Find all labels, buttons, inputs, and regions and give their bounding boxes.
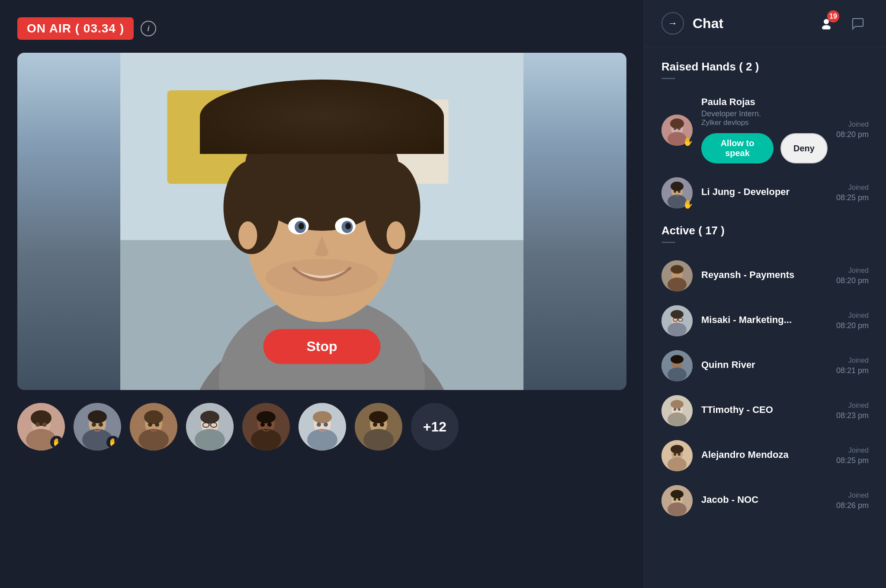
svg-point-75 — [671, 182, 684, 191]
svg-point-51 — [267, 422, 272, 427]
strip-avatar-7[interactable] — [355, 403, 402, 451]
lijung-join-time: Joined 08:25 pm — [836, 184, 869, 202]
svg-point-95 — [668, 412, 687, 426]
lijung-info: Li Jung - Developer — [701, 186, 828, 199]
jacob-time: 08:26 pm — [836, 501, 869, 510]
svg-point-35 — [138, 429, 169, 451]
svg-point-77 — [678, 190, 681, 193]
active-item-reyansh: Reyansh - Payments Joined 08:20 pm — [661, 253, 869, 298]
svg-point-57 — [324, 422, 328, 427]
active-section: Active ( 17 ) — [661, 224, 869, 523]
lijung-joined-label: Joined — [848, 184, 869, 192]
svg-point-101 — [668, 457, 687, 471]
reyansh-info: Reyansh - Payments — [701, 269, 828, 282]
notification-button[interactable]: 19 — [815, 12, 838, 35]
misaki-join-time: Joined 08:20 pm — [836, 312, 869, 330]
timothy-time: 08:23 pm — [836, 411, 869, 420]
active-title: Active ( 17 ) — [661, 224, 869, 237]
svg-point-16 — [299, 223, 304, 229]
timothy-avatar — [661, 395, 693, 426]
hand-icon-paula: ✋ — [683, 136, 693, 147]
back-button[interactable]: → — [661, 12, 684, 35]
reyansh-joined-label: Joined — [848, 267, 869, 275]
svg-point-108 — [671, 490, 684, 499]
paula-actions: Allow to speak Deny — [701, 133, 828, 163]
svg-point-41 — [195, 429, 225, 451]
strip-avatar-6[interactable] — [299, 403, 346, 451]
svg-point-18 — [266, 259, 378, 297]
svg-point-81 — [671, 265, 684, 274]
svg-point-48 — [251, 429, 281, 451]
raised-hand-item-1: ✋ Paula Rojas Developer Intern. Zylker d… — [661, 89, 869, 170]
chat-title: Chat — [693, 16, 806, 32]
svg-point-107 — [668, 502, 687, 516]
deny-button[interactable]: Deny — [780, 133, 828, 163]
svg-point-24 — [31, 410, 51, 426]
chat-bubble-button[interactable] — [846, 12, 869, 35]
paula-avatar: ✋ — [661, 115, 693, 146]
svg-point-65 — [822, 25, 831, 29]
timothy-name: TTimothy - CEO — [701, 404, 828, 415]
notification-count: 19 — [827, 10, 839, 22]
svg-point-20 — [387, 221, 405, 249]
stop-button[interactable]: Stop — [263, 329, 380, 364]
svg-point-70 — [674, 128, 676, 130]
alejandro-info: Alejandro Mendoza — [701, 449, 828, 462]
svg-point-102 — [671, 445, 684, 454]
alejandro-join-time: Joined 08:25 pm — [836, 447, 869, 465]
quinn-time: 08:21 pm — [836, 366, 869, 375]
svg-point-110 — [678, 498, 681, 501]
allow-to-speak-button[interactable]: Allow to speak — [701, 133, 774, 163]
svg-point-76 — [674, 190, 676, 193]
svg-point-103 — [674, 453, 676, 456]
svg-point-38 — [155, 422, 159, 427]
svg-point-63 — [380, 422, 384, 427]
lijung-time: 08:25 pm — [836, 193, 869, 202]
jacob-name: Jacob - NOC — [701, 494, 828, 505]
svg-point-84 — [668, 323, 687, 336]
svg-point-69 — [670, 118, 684, 129]
svg-point-32 — [99, 422, 103, 427]
info-icon[interactable]: i — [141, 21, 156, 36]
person-icon: 19 — [815, 12, 838, 35]
more-participants-count[interactable]: +12 — [411, 403, 459, 451]
svg-point-54 — [307, 429, 337, 451]
svg-point-92 — [671, 355, 684, 364]
quinn-name: Quinn River — [701, 359, 828, 371]
quinn-join-time: Joined 08:21 pm — [836, 357, 869, 375]
paula-name: Paula Rojas — [701, 96, 828, 108]
reyansh-name: Reyansh - Payments — [701, 269, 828, 281]
quinn-avatar — [661, 350, 693, 381]
lijung-avatar: ✋ — [661, 177, 693, 208]
strip-avatar-2[interactable]: ✋ — [74, 403, 121, 451]
active-divider — [661, 242, 675, 243]
strip-avatar-4[interactable] — [186, 403, 234, 451]
svg-point-31 — [92, 422, 96, 427]
alejandro-name: Alejandro Mendoza — [701, 449, 828, 460]
svg-point-61 — [369, 411, 388, 423]
main-layout: ON AIR ( 03.34 ) i — [0, 0, 886, 588]
active-item-misaki: Misaki - Marketing... Joined 08:20 pm — [661, 298, 869, 343]
svg-point-71 — [678, 128, 681, 130]
misaki-info: Misaki - Marketing... — [701, 314, 828, 327]
strip-avatar-5[interactable] — [242, 403, 290, 451]
strip-avatar-1[interactable]: ✋ — [17, 403, 65, 451]
reyansh-time: 08:20 pm — [836, 276, 869, 285]
svg-point-42 — [200, 411, 219, 424]
timothy-info: TTimothy - CEO — [701, 404, 828, 417]
svg-point-97 — [674, 408, 676, 411]
jacob-join-time: Joined 08:26 pm — [836, 492, 869, 510]
svg-point-37 — [148, 422, 152, 427]
panel-content: Raised Hands ( 2 ) — [644, 47, 886, 588]
strip-avatar-3[interactable] — [130, 403, 177, 451]
paula-time: 08:20 pm — [836, 130, 869, 139]
svg-point-19 — [238, 221, 257, 249]
svg-point-50 — [260, 422, 265, 427]
misaki-joined-label: Joined — [848, 312, 869, 320]
hand-badge-1: ✋ — [50, 436, 63, 449]
alejandro-avatar — [661, 440, 693, 471]
on-air-badge: ON AIR ( 03.34 ) i — [17, 17, 626, 40]
paula-info: Paula Rojas Developer Intern. Zylker dev… — [701, 96, 828, 163]
paula-joined-label: Joined — [848, 121, 869, 128]
svg-point-55 — [313, 411, 332, 423]
